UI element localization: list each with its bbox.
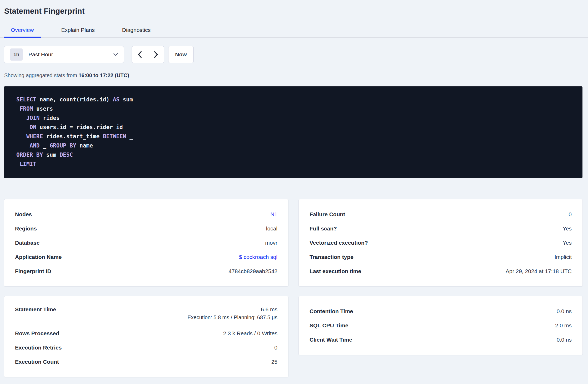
detail-row-failure-count: Failure Count 0 [310,207,572,221]
detail-row-last-execution-time: Last execution time Apr 29, 2024 at 17:1… [310,264,572,278]
sql-token: sum [43,152,59,158]
detail-value: Yes [563,240,572,246]
sql-token [16,161,20,167]
detail-label: Execution Count [15,359,59,365]
detail-value: 0.0 ns [557,337,572,343]
time-range-select[interactable]: 1h Past Hour [4,46,124,63]
sql-token: JOIN [26,115,40,121]
sql-token [16,133,26,140]
execution-attributes-card: Failure Count 0 Full scan? Yes Vectorize… [298,199,583,287]
detail-value: Implicit [555,254,572,260]
details-cards-row: Nodes N1 Regions local Database movr App… [4,199,582,287]
detail-value: 0.0 ns [557,308,572,314]
statement-details-card: Nodes N1 Regions local Database movr App… [4,199,288,287]
sql-token: GROUP BY [49,142,76,149]
tab-overview[interactable]: Overview [4,24,41,38]
app-name-link[interactable]: $ cockroach sql [239,254,277,260]
sql-token: AS [113,96,119,103]
stats-prefix: Showing aggregated stats from [4,72,78,78]
detail-label: Contention Time [310,308,353,314]
time-range-label: Past Hour [28,51,113,58]
sql-line: AND _ GROUP BY name [16,141,572,150]
sql-line: ORDER BY sum DESC [16,150,572,160]
sql-line: SELECT name, count(rides.id) AS sum [16,95,572,104]
detail-label: Vectorized execution? [310,240,368,246]
sql-line: LIMIT _ [16,160,572,169]
tab-bar: Overview Explain Plans Diagnostics [0,24,588,38]
detail-label: Client Wait Time [310,337,352,343]
sql-line: FROM users [16,104,572,114]
detail-label: Rows Processed [15,330,59,337]
time-toolbar: 1h Past Hour Now [4,46,588,63]
detail-label: Failure Count [310,211,345,218]
sql-token: name, count(rides.id) [36,96,113,103]
sql-token [16,142,30,149]
time-range-badge: 1h [10,48,23,61]
detail-row-client-wait-time: Client Wait Time 0.0 ns [310,333,572,347]
detail-row-execution-retries: Execution Retries 0 [15,341,277,355]
detail-row-rows-processed: Rows Processed 2.3 k Reads / 0 Writes [15,326,277,341]
detail-value: 0 [569,211,572,218]
sql-token: FROM [20,106,33,112]
sql-token: DESC [59,152,73,158]
time-range-pager [132,46,164,63]
sql-statement-box: SELECT name, count(rides.id) AS sum FROM… [4,86,582,178]
detail-row-full-scan: Full scan? Yes [310,221,572,236]
detail-row-nodes: Nodes N1 [15,207,277,221]
detail-row-fingerprint-id: Fingerprint ID 4784cb829aab2542 [15,264,277,278]
detail-label: SQL CPU Time [310,322,348,329]
statement-fingerprint-page: Statement Fingerprint Overview Explain P… [0,0,588,384]
detail-label: Last execution time [310,268,361,274]
sql-token: sum [119,96,133,103]
sql-line: ON users.id = rides.rider_id [16,123,572,132]
detail-value: local [266,225,277,232]
detail-label: Statement Time [15,306,56,313]
detail-row-execution-count: Execution Count 25 [15,355,277,369]
sql-token: rides [40,115,60,121]
detail-label: Fingerprint ID [15,268,51,274]
detail-value: 2.0 ms [555,322,572,329]
next-range-button[interactable] [148,46,164,63]
chevron-down-icon [113,53,118,56]
tab-diagnostics[interactable]: Diagnostics [115,24,158,38]
now-button[interactable]: Now [168,46,194,63]
sql-token: LIMIT [20,161,36,167]
chevron-right-icon [154,51,158,58]
detail-label: Regions [15,225,37,232]
sql-token [16,115,26,121]
detail-value: 25 [271,359,277,365]
statement-timing-card: Statement Time 6.6 ms Execution: 5.8 ms … [4,296,288,377]
detail-row-transaction-type: Transaction type Implicit [310,250,572,264]
timing-cards-row: Statement Time 6.6 ms Execution: 5.8 ms … [4,296,582,377]
detail-row-contention-time: Contention Time 0.0 ns [310,304,572,318]
statement-time-values: 6.6 ms Execution: 5.8 ms / Planning: 687… [187,306,277,321]
sql-line: WHERE rides.start_time BETWEEN _ [16,132,572,141]
sql-token: _ [126,133,133,140]
detail-value: 0 [274,344,277,351]
sql-token: users.id = rides.rider_id [36,124,123,130]
sql-token: WHERE [26,133,43,140]
sql-line: JOIN rides [16,114,572,123]
nodes-link[interactable]: N1 [270,211,277,218]
sql-token [16,106,20,112]
detail-label: Execution Retries [15,344,62,351]
detail-value: 6.6 ms [261,306,277,313]
page-title: Statement Fingerprint [0,0,588,16]
sql-token [16,124,30,130]
detail-value: 4784cb829aab2542 [228,268,277,274]
sql-token: BETWEEN [103,133,126,140]
sql-token: ON [30,124,36,130]
chevron-left-icon [138,51,142,58]
detail-label: Database [15,240,39,246]
sql-token: _ [36,161,43,167]
tab-explain-plans[interactable]: Explain Plans [54,24,102,38]
detail-value: Apr 29, 2024 at 17:18 UTC [506,268,572,274]
sql-token: _ [40,142,50,149]
stats-range: 16:00 to 17:22 (UTC) [78,72,129,78]
detail-value: 2.3 k Reads / 0 Writes [223,330,277,337]
prev-range-button[interactable] [132,46,148,63]
sql-token: users [33,106,53,112]
detail-row-database: Database movr [15,236,277,250]
sql-token: rides.start_time [43,133,103,140]
detail-label: Full scan? [310,225,337,232]
